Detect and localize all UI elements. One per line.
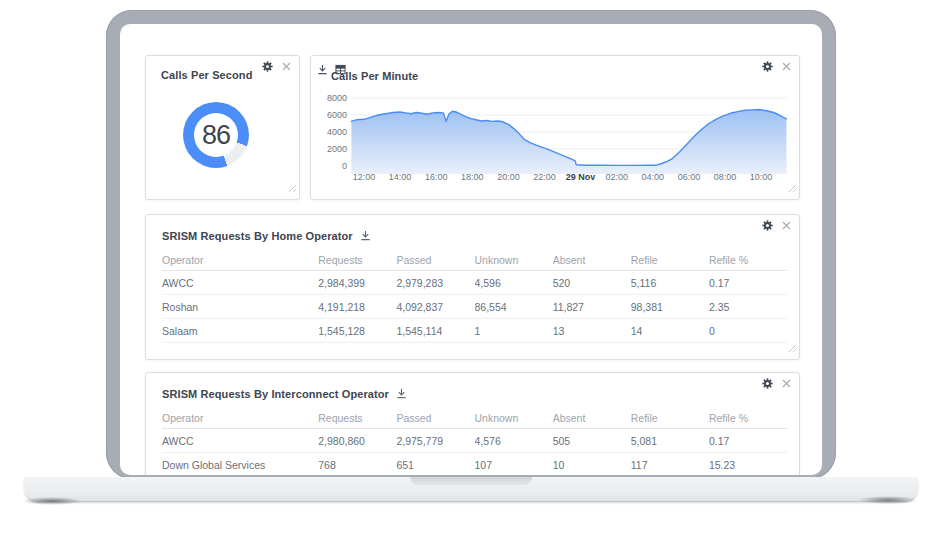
gauge-value: 86 (183, 102, 249, 168)
table-cell: 651 (396, 459, 474, 471)
gear-icon[interactable] (262, 61, 273, 72)
table-cell: 107 (475, 459, 553, 471)
laptop-screen-bezel: Calls Per Second 86 Calls Per Minute 800… (106, 10, 836, 479)
table-cell: Roshan (162, 301, 318, 313)
widget-calls-per-second: Calls Per Second 86 (145, 55, 300, 200)
table-cell: 117 (631, 459, 709, 471)
laptop-base (24, 477, 918, 501)
close-icon[interactable] (282, 62, 291, 71)
download-icon[interactable] (317, 61, 328, 79)
table-cell: 2,979,283 (396, 277, 474, 289)
table-cell: 14 (631, 325, 709, 337)
table-cell: 0.17 (709, 435, 787, 447)
svg-text:2000: 2000 (327, 144, 347, 154)
table-cell: 15.23 (709, 459, 787, 471)
table-cell: 1 (475, 325, 553, 337)
table-cell: 4,191,218 (318, 301, 396, 313)
table-cell: 10 (553, 459, 631, 471)
home-operator-table: OperatorRequestsPassedUnknownAbsentRefil… (162, 249, 787, 343)
column-header: Absent (553, 412, 631, 424)
column-header: Requests (318, 412, 396, 424)
column-header: Refile % (709, 254, 787, 266)
svg-text:6000: 6000 (327, 110, 347, 120)
column-header: Requests (318, 254, 396, 266)
widget-title: Calls Per Second (161, 69, 252, 81)
table-cell: 4,596 (475, 277, 553, 289)
page-background: Calls Per Second 86 Calls Per Minute 800… (0, 0, 942, 548)
table-cell: 11,827 (553, 301, 631, 313)
dashboard-screen: Calls Per Second 86 Calls Per Minute 800… (120, 24, 822, 475)
resize-handle-icon[interactable] (787, 338, 796, 356)
table-cell: 2,984,399 (318, 277, 396, 289)
table-row: AWCC2,984,3992,979,2834,5965205,1160.17 (162, 271, 787, 295)
calls-per-second-gauge: 86 (183, 102, 249, 168)
table-cell: Down Global Services (162, 459, 318, 471)
close-icon[interactable] (782, 221, 791, 230)
table-view-icon[interactable] (335, 61, 346, 79)
column-header: Refile (631, 412, 709, 424)
table-header-row: OperatorRequestsPassedUnknownAbsentRefil… (162, 249, 787, 271)
widget-interconnect-operator-table: SRISM Requests By Interconnect Operator … (145, 372, 800, 475)
table-cell: 768 (318, 459, 396, 471)
column-header: Operator (162, 254, 318, 266)
table-cell: Salaam (162, 325, 318, 337)
table-cell: 5,116 (631, 277, 709, 289)
calls-per-minute-chart: 8000600040002000012:0014:0016:0018:0020:… (325, 94, 795, 186)
column-header: Unknown (475, 412, 553, 424)
column-header: Passed (396, 412, 474, 424)
table-row: Roshan4,191,2184,092,83786,55411,82798,3… (162, 295, 787, 319)
table-header-row: OperatorRequestsPassedUnknownAbsentRefil… (162, 407, 787, 429)
table-cell: 2,980,860 (318, 435, 396, 447)
table-cell: 86,554 (475, 301, 553, 313)
column-header: Refile (631, 254, 709, 266)
column-header: Operator (162, 412, 318, 424)
table-cell: 98,381 (631, 301, 709, 313)
resize-handle-icon[interactable] (787, 178, 796, 196)
laptop-foot-shadow-left (22, 497, 82, 505)
table-cell: 520 (553, 277, 631, 289)
column-header: Refile % (709, 412, 787, 424)
table-cell: 505 (553, 435, 631, 447)
table-cell: AWCC (162, 277, 318, 289)
close-icon[interactable] (782, 379, 791, 388)
table-cell: 5,081 (631, 435, 709, 447)
column-header: Absent (553, 254, 631, 266)
column-header: Unknown (475, 254, 553, 266)
gear-icon[interactable] (762, 378, 773, 389)
table-row: AWCC2,980,8602,975,7794,5765055,0810.17 (162, 429, 787, 453)
interconnect-operator-table: OperatorRequestsPassedUnknownAbsentRefil… (162, 407, 787, 475)
widget-home-operator-table: SRISM Requests By Home Operator Operator… (145, 214, 800, 360)
laptop-foot-shadow-right (858, 496, 918, 504)
column-header: Passed (396, 254, 474, 266)
download-icon[interactable] (360, 227, 371, 245)
table-cell: 2.35 (709, 301, 787, 313)
table-cell: 1,545,114 (396, 325, 474, 337)
table-cell: 13 (553, 325, 631, 337)
table-cell: 2,975,779 (396, 435, 474, 447)
table-row: Down Global Services7686511071011715.23 (162, 453, 787, 475)
table-cell: 1,545,128 (318, 325, 396, 337)
table-cell: AWCC (162, 435, 318, 447)
table-cell: 4,092,837 (396, 301, 474, 313)
widget-calls-per-minute: Calls Per Minute 8000600040002000012:001… (310, 55, 800, 200)
gear-icon[interactable] (762, 220, 773, 231)
laptop-notch (410, 477, 532, 485)
resize-handle-icon[interactable] (287, 178, 296, 196)
table-title: SRISM Requests By Interconnect Operator (162, 388, 389, 400)
close-icon[interactable] (782, 62, 791, 71)
table-title: SRISM Requests By Home Operator (162, 230, 353, 242)
table-cell: 0.17 (709, 277, 787, 289)
table-cell: 0 (709, 325, 787, 337)
svg-text:4000: 4000 (327, 127, 347, 137)
table-row: Salaam1,545,1281,545,114113140 (162, 319, 787, 343)
svg-text:0: 0 (342, 161, 347, 171)
gear-icon[interactable] (762, 61, 773, 72)
svg-text:8000: 8000 (327, 94, 347, 103)
download-icon[interactable] (396, 385, 407, 403)
table-cell: 4,576 (475, 435, 553, 447)
